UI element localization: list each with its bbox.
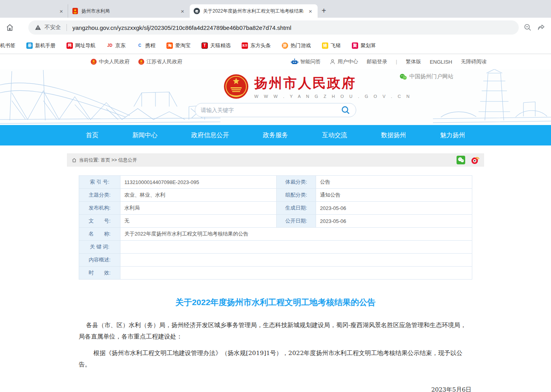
site-logo[interactable]: 扬州市人民政府 W W W . Y A N G Z H O U . G O V … [224, 74, 412, 99]
robot-icon [291, 59, 298, 65]
bookmark-item[interactable]: 东方 东方头条 [236, 42, 276, 49]
meta-label: 生成日期: [277, 202, 316, 215]
meta-label: 组配分类: [277, 189, 316, 202]
bookmark-item[interactable]: 机书签 [0, 42, 21, 49]
table-row: 内容概述: [79, 254, 472, 267]
bookmark-favicon: 猪 [322, 42, 328, 49]
table-row: 文 号: 无 公开日期: 2023-05-06 [79, 215, 472, 228]
weibo-share-icon[interactable] [471, 156, 479, 164]
bookmark-item[interactable]: 册 新机手册 [21, 42, 61, 49]
nav-data[interactable]: 数据扬州 [381, 131, 406, 140]
warning-icon [35, 24, 41, 31]
share-icon[interactable] [537, 23, 545, 32]
user-icon [329, 59, 336, 65]
bookmark-item[interactable]: T 天猫精选 [196, 42, 236, 49]
tab-title: 关于2022年度扬州市水利工程文明工地考核结果的公告 [203, 8, 304, 15]
bookmark-favicon: JD [107, 42, 113, 49]
bookmark-item[interactable]: C 携程 [131, 42, 161, 49]
bookmark-item[interactable]: 网 网址导航 [61, 42, 101, 49]
bookmark-item[interactable]: 淘 爱淘宝 [161, 42, 196, 49]
site-name: 扬州市人民政府 [254, 74, 412, 92]
close-icon[interactable]: × [307, 7, 314, 15]
tab-active-announcement[interactable]: 关于2022年度扬州市水利工程文明工地考核结果的公告 × [190, 4, 318, 18]
meta-value: 无 [120, 215, 277, 228]
meta-label: 内容概述: [79, 254, 120, 267]
bookmark-favicon: C [137, 42, 143, 49]
link-central-gov[interactable]: 中央人民政府 [91, 58, 129, 65]
gov-emblem-icon [91, 59, 97, 65]
bookmark-favicon: T [202, 42, 208, 49]
table-row: 发布机构: 水利局 生成日期: 2023-05-06 [79, 202, 472, 215]
tab-shuiliju[interactable]: 扬州市水利局 × [68, 4, 190, 18]
document-meta-table: 索 引 号: 11321000014407098E-2023-095 体裁分类:… [79, 175, 472, 280]
breadcrumb-text[interactable]: 当前位置: 首页 >> 信息公开 [79, 157, 137, 164]
meta-value [120, 241, 472, 254]
portal-label[interactable]: 中国扬州门户网站 [399, 73, 453, 80]
nav-charm[interactable]: 魅力扬州 [440, 131, 465, 140]
nav-home[interactable]: 首页 [86, 131, 98, 140]
wechat-share-icon[interactable] [457, 156, 465, 164]
bridge-artwork-left [0, 69, 220, 125]
bookmark-item[interactable]: 聚 聚划算 [346, 42, 381, 49]
table-row: 名 称: 关于2022年度扬州市水利工程文明工地考核结果的公告 [79, 228, 472, 241]
meta-value: 农业、林业、水利 [120, 189, 277, 202]
bookmark-favicon: 聚 [352, 42, 358, 49]
nav-info-disclosure[interactable]: 政府信息公开 [191, 131, 229, 140]
article: 关于2022年度扬州市水利工程文明工地考核结果的公告 各县（市、区）水利（务）局… [67, 297, 484, 392]
main-nav: 首页 新闻中心 政府信息公开 政务服务 互动交流 数据扬州 魅力扬州 [0, 125, 551, 145]
divider [67, 24, 67, 31]
table-row: 索 引 号: 11321000014407098E-2023-095 体裁分类:… [79, 176, 472, 189]
bookmark-item[interactable]: 游 热门游戏 [276, 42, 316, 49]
tab-partial[interactable]: × [0, 4, 68, 18]
nav-services[interactable]: 政务服务 [263, 131, 288, 140]
meta-label: 发布机构: [79, 202, 120, 215]
url-text[interactable]: yangzhou.gov.cn/yzszxxgk/slj/202305/210c… [72, 24, 291, 31]
gov-emblem-icon [138, 59, 144, 65]
meta-label: 文 号: [79, 215, 120, 228]
link-user-center[interactable]: 用户中心 [329, 58, 358, 65]
new-tab-button[interactable]: + [318, 6, 332, 18]
article-title: 关于2022年度扬州市水利工程文明工地考核结果的公告 [79, 297, 472, 308]
table-row: 主题分类: 农业、林业、水利 组配分类: 通知公告 [79, 189, 472, 202]
bookmark-favicon: 淘 [166, 42, 173, 49]
link-traditional[interactable]: 繁体版 [406, 58, 421, 65]
bookmark-item[interactable]: 猪 飞猪 [316, 42, 346, 49]
search-icon[interactable] [341, 105, 350, 115]
search-input[interactable] [201, 107, 341, 113]
bookmark-favicon: 游 [282, 42, 288, 49]
meta-table-section: 索 引 号: 11321000014407098E-2023-095 体裁分类:… [67, 167, 484, 280]
breadcrumb: 当前位置: 首页 >> 信息公开 [67, 153, 484, 167]
link-smart-qa[interactable]: 智能问答 [291, 58, 321, 65]
meta-label: 时 效: [79, 267, 120, 280]
zoom-out-icon[interactable] [523, 23, 532, 32]
table-row: 关 键 词: [79, 241, 472, 254]
bookmark-favicon: 东方 [242, 42, 248, 49]
table-row: 时 效: [79, 267, 472, 280]
nav-news[interactable]: 新闻中心 [132, 131, 157, 140]
bookmark-item[interactable]: JD 京东 [101, 42, 131, 49]
site-domain: W W W . Y A N G Z H O U . G O V . C N [254, 94, 412, 99]
link-jiangsu-gov[interactable]: 江苏省人民政府 [138, 58, 182, 65]
close-icon[interactable]: × [58, 7, 65, 15]
meta-value: 11321000014407098E-2023-095 [120, 176, 277, 189]
nav-interaction[interactable]: 互动交流 [322, 131, 347, 140]
link-english[interactable]: ENGLISH [430, 59, 452, 65]
security-label[interactable]: 不安全 [44, 24, 61, 31]
bookmark-favicon: 网 [67, 42, 73, 49]
meta-value: 2023-05-06 [316, 202, 472, 215]
home-icon[interactable] [6, 23, 14, 32]
link-accessible[interactable]: 无障碍阅读 [461, 58, 486, 65]
meta-label: 主题分类: [79, 189, 120, 202]
address-bar[interactable]: 不安全 yangzhou.gov.cn/yzszxxgk/slj/202305/… [28, 20, 519, 35]
browser-toolbar: 不安全 yangzhou.gov.cn/yzszxxgk/slj/202305/… [0, 18, 551, 37]
bookmarks-bar: 机书签 册 新机手册 网 网址导航 JD 京东 C 携程 淘 爱淘宝 T 天猫精… [0, 37, 551, 54]
link-mail-login[interactable]: 邮箱登录 [367, 58, 387, 65]
meta-label: 名 称: [79, 228, 120, 241]
wechat-icon [399, 74, 407, 80]
article-paragraph: 根据《扬州市水利工程文明工地建设管理办法》（扬水规[2019]1号），2022年… [79, 348, 472, 370]
close-icon[interactable]: × [179, 7, 186, 15]
meta-label: 索 引 号: [79, 176, 120, 189]
gov-emblem-icon [72, 8, 78, 14]
meta-value: 水利局 [120, 202, 277, 215]
gov-top-bar: 中央人民政府 江苏省人民政府 智能问答 用户中心 邮箱登录 | 繁体版 ENGL… [0, 54, 551, 69]
